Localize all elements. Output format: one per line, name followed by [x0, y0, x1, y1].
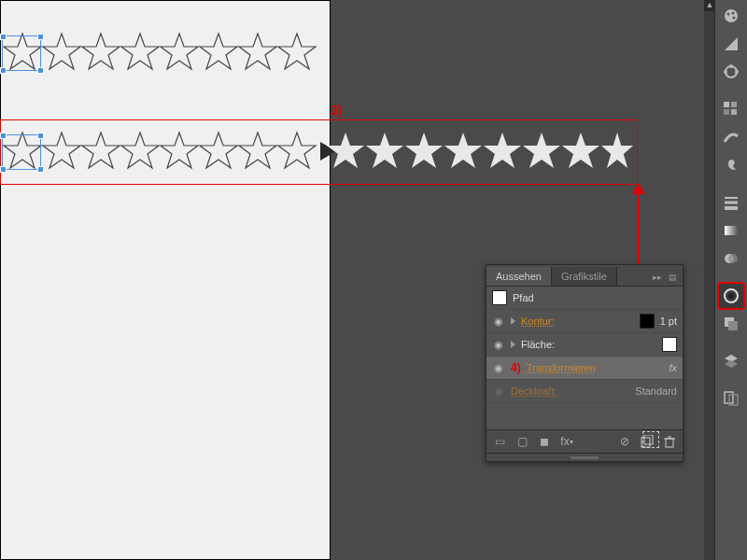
fx-text: fx: [560, 435, 569, 448]
tab-graphic-styles[interactable]: Grafikstile: [552, 267, 617, 286]
opacity-link[interactable]: Deckkraft:: [511, 385, 557, 397]
opacity-row[interactable]: ◉ Deckkraft: Standard: [486, 380, 683, 403]
selection-handle[interactable]: [0, 34, 7, 40]
add-effect-icon[interactable]: fx▾: [559, 434, 574, 449]
svg-point-45: [728, 254, 738, 263]
color-guide-icon[interactable]: [719, 32, 743, 56]
svg-point-27: [725, 9, 738, 22]
stroke-swatch[interactable]: [640, 314, 655, 329]
transparency-icon[interactable]: [719, 246, 743, 271]
svg-marker-2: [82, 34, 120, 69]
selection-handle[interactable]: [0, 133, 7, 139]
object-type-row: Pfad: [486, 287, 683, 310]
object-type-label: Pfad: [513, 292, 534, 303]
panel-spacer: [486, 403, 683, 429]
visibility-eye-icon[interactable]: ◉: [492, 385, 505, 398]
delete-icon[interactable]: [662, 434, 677, 449]
svg-point-30: [733, 17, 736, 20]
panel-resize-grip[interactable]: [486, 453, 683, 461]
svg-point-35: [724, 70, 727, 74]
duplicate-drop-hint: [642, 431, 659, 448]
transform-link[interactable]: Transformieren: [527, 362, 596, 373]
kuler-icon[interactable]: [719, 60, 743, 84]
svg-rect-37: [731, 102, 737, 107]
star-row-top-wrap: [0, 30, 329, 77]
svg-rect-49: [728, 321, 738, 330]
object-thumbnail: [492, 290, 507, 305]
selection-handle[interactable]: [0, 67, 7, 74]
clear-appearance-icon[interactable]: ⊘: [617, 434, 632, 449]
svg-marker-7: [278, 34, 316, 69]
annotation-label-3: 3): [331, 103, 342, 118]
svg-rect-38: [724, 109, 729, 115]
artboards-icon[interactable]: [719, 386, 743, 411]
selection-box-top: [2, 35, 41, 71]
artboard[interactable]: [0, 0, 331, 560]
svg-point-47: [728, 293, 734, 299]
fill-row[interactable]: ◉ Fläche:: [486, 333, 683, 357]
svg-rect-39: [731, 109, 737, 115]
svg-marker-51: [725, 360, 738, 368]
panel-collapse-icon[interactable]: ▸▸: [653, 273, 662, 282]
annotation-box-3: [0, 119, 638, 185]
selection-handle[interactable]: [37, 133, 44, 139]
svg-point-29: [732, 12, 735, 15]
selection-handle[interactable]: [0, 166, 7, 173]
selection-handle[interactable]: [37, 67, 44, 74]
svg-marker-5: [200, 34, 237, 69]
selection-box-mid: [2, 134, 41, 170]
stroke-row[interactable]: ◉ Kontur: 1 pt: [486, 310, 683, 333]
panel-menu-icon[interactable]: ▤: [668, 273, 677, 282]
selection-handle[interactable]: [37, 166, 44, 173]
svg-rect-43: [725, 226, 738, 235]
panel-tabbar: Aussehen Grafikstile ▸▸ ▤: [486, 265, 683, 287]
annotation-label-4: 4): [511, 361, 521, 374]
add-stroke-icon[interactable]: ▢: [514, 434, 529, 449]
svg-point-28: [727, 13, 730, 16]
layers-icon[interactable]: [719, 349, 743, 373]
symbols-icon[interactable]: [719, 153, 743, 177]
transform-effect-row[interactable]: ◉ 4) Transformieren fx: [486, 357, 683, 380]
svg-marker-3: [121, 34, 159, 69]
svg-point-34: [735, 70, 739, 74]
right-dock: [714, 0, 747, 560]
fx-badge: fx: [669, 362, 677, 373]
stroke-link[interactable]: Kontur:: [521, 315, 554, 327]
expand-triangle-icon[interactable]: [511, 317, 515, 325]
visibility-eye-icon[interactable]: ◉: [492, 361, 505, 374]
brushes-icon[interactable]: [719, 125, 743, 149]
selection-handle[interactable]: [37, 34, 44, 40]
svg-marker-1: [43, 34, 80, 69]
opacity-value: Standard: [635, 385, 677, 397]
gradient-icon[interactable]: [719, 218, 743, 243]
expand-triangle-icon[interactable]: [511, 341, 515, 348]
svg-point-33: [729, 64, 733, 68]
tab-appearance[interactable]: Aussehen: [486, 267, 552, 286]
svg-marker-6: [239, 34, 276, 69]
star-row-top-svg[interactable]: [0, 30, 329, 77]
stroke-value[interactable]: 1 pt: [660, 315, 677, 327]
svg-marker-31: [725, 37, 738, 50]
swatches-icon[interactable]: [719, 97, 743, 121]
svg-rect-56: [666, 439, 673, 447]
new-art-basic-icon[interactable]: ▭: [492, 434, 507, 449]
arrow-head-icon: [632, 183, 645, 194]
svg-marker-4: [161, 34, 198, 69]
add-fill-icon[interactable]: ◼: [537, 434, 552, 449]
fill-swatch[interactable]: [662, 337, 677, 352]
visibility-eye-icon[interactable]: ◉: [492, 338, 505, 351]
visibility-eye-icon[interactable]: ◉: [492, 315, 505, 328]
color-palette-icon[interactable]: [719, 4, 743, 28]
stroke-icon[interactable]: [719, 190, 743, 215]
fill-label: Fläche:: [521, 339, 555, 350]
graphic-styles-icon[interactable]: [719, 312, 743, 336]
svg-rect-36: [724, 102, 729, 107]
appearance-panel-icon[interactable]: [719, 284, 743, 308]
